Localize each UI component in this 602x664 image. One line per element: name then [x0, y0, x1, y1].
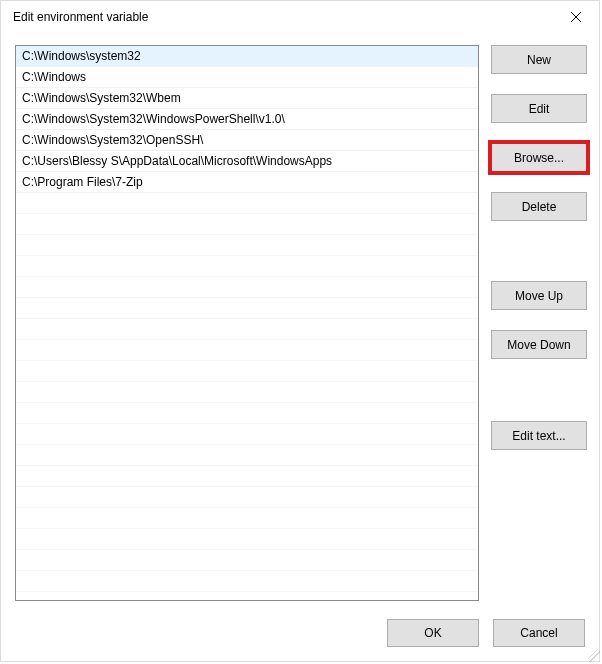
- list-item[interactable]: C:\Program Files\7-Zip: [16, 172, 478, 193]
- list-item[interactable]: C:\Users\Blessy S\AppData\Local\Microsof…: [16, 151, 478, 172]
- move-up-button[interactable]: Move Up: [491, 281, 587, 310]
- edit-text-button[interactable]: Edit text...: [491, 421, 587, 450]
- list-item[interactable]: C:\Windows\System32\Wbem: [16, 88, 478, 109]
- delete-button[interactable]: Delete: [491, 192, 587, 221]
- list-item[interactable]: C:\Windows\System32\OpenSSH\: [16, 130, 478, 151]
- browse-button[interactable]: Browse...: [491, 143, 587, 172]
- move-down-button[interactable]: Move Down: [491, 330, 587, 359]
- list-item[interactable]: C:\Windows\System32\WindowsPowerShell\v1…: [16, 109, 478, 130]
- title-bar: Edit environment variable: [1, 1, 599, 33]
- path-listbox[interactable]: C:\Windows\system32C:\WindowsC:\Windows\…: [15, 45, 479, 601]
- list-filler: [16, 193, 478, 600]
- close-button[interactable]: [553, 1, 599, 33]
- new-button[interactable]: New: [491, 45, 587, 74]
- list-item[interactable]: C:\Windows: [16, 67, 478, 88]
- close-icon: [571, 12, 581, 22]
- main-row: C:\Windows\system32C:\WindowsC:\Windows\…: [15, 45, 587, 601]
- window-title: Edit environment variable: [13, 10, 148, 24]
- dialog-window: Edit environment variable C:\Windows\sys…: [0, 0, 600, 662]
- edit-button[interactable]: Edit: [491, 94, 587, 123]
- dialog-footer: OK Cancel: [15, 601, 587, 649]
- client-area: C:\Windows\system32C:\WindowsC:\Windows\…: [1, 33, 599, 661]
- list-item[interactable]: C:\Windows\system32: [16, 46, 478, 67]
- ok-button[interactable]: OK: [387, 619, 479, 647]
- cancel-button[interactable]: Cancel: [493, 619, 585, 647]
- resize-grip[interactable]: [588, 650, 600, 662]
- button-column: New Edit Browse... Delete Move Up Move D…: [491, 45, 587, 601]
